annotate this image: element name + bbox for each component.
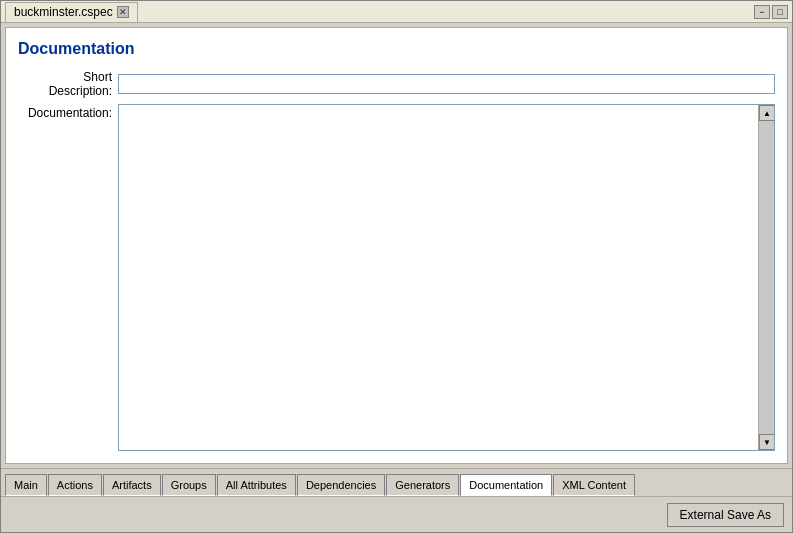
tab-all-attributes[interactable]: All Attributes xyxy=(217,474,296,496)
documentation-row: Documentation: ▲ ▼ xyxy=(18,104,775,451)
tab-documentation[interactable]: Documentation xyxy=(460,474,552,496)
documentation-textarea-wrapper: ▲ ▼ xyxy=(118,104,775,451)
scroll-up-button[interactable]: ▲ xyxy=(759,105,775,121)
tabs-bar: Main Actions Artifacts Groups All Attrib… xyxy=(1,468,792,496)
panel-title: Documentation xyxy=(18,40,775,58)
tab-close-button[interactable]: ✕ xyxy=(117,6,129,18)
content-area: Documentation Short Description: Documen… xyxy=(1,23,792,468)
bottom-bar: External Save As xyxy=(1,496,792,532)
documentation-label: Documentation: xyxy=(18,104,118,120)
tab-title-label: buckminster.cspec xyxy=(14,5,113,19)
main-window: buckminster.cspec ✕ − □ Documentation Sh… xyxy=(0,0,793,533)
tab-main[interactable]: Main xyxy=(5,474,47,496)
external-save-as-button[interactable]: External Save As xyxy=(667,503,784,527)
tab-artifacts[interactable]: Artifacts xyxy=(103,474,161,496)
maximize-button[interactable]: □ xyxy=(772,5,788,19)
window-controls: − □ xyxy=(754,5,788,19)
tab-dependencies[interactable]: Dependencies xyxy=(297,474,385,496)
main-panel: Documentation Short Description: Documen… xyxy=(5,27,788,464)
tab-xml-content[interactable]: XML Content xyxy=(553,474,635,496)
editor-tab[interactable]: buckminster.cspec ✕ xyxy=(5,2,138,22)
minimize-button[interactable]: − xyxy=(754,5,770,19)
scroll-track xyxy=(759,121,774,434)
documentation-scrollbar: ▲ ▼ xyxy=(758,105,774,450)
short-description-input[interactable] xyxy=(118,74,775,94)
short-description-row: Short Description: xyxy=(18,70,775,98)
tab-actions[interactable]: Actions xyxy=(48,474,102,496)
title-bar: buckminster.cspec ✕ − □ xyxy=(1,1,792,23)
scroll-down-button[interactable]: ▼ xyxy=(759,434,775,450)
documentation-textarea[interactable] xyxy=(119,105,758,450)
tab-groups[interactable]: Groups xyxy=(162,474,216,496)
tab-generators[interactable]: Generators xyxy=(386,474,459,496)
short-description-label: Short Description: xyxy=(18,70,118,98)
